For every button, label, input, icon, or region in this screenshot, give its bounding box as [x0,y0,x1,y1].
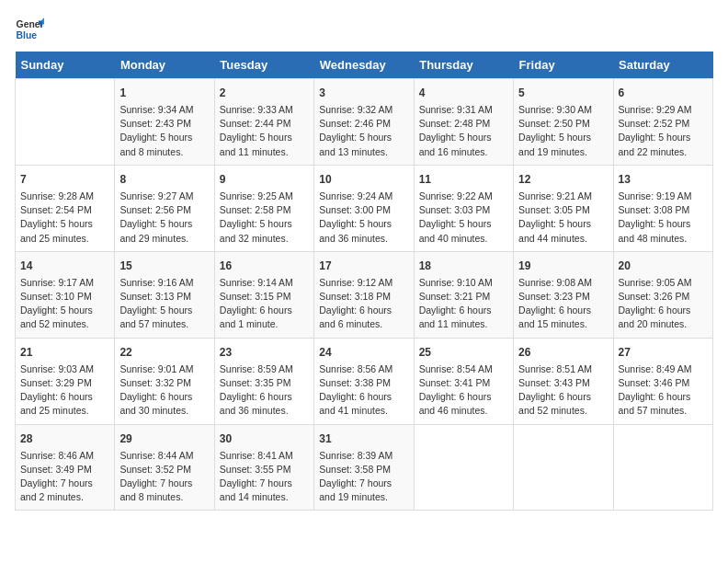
day-number: 26 [518,344,608,361]
day-cell: 6Sunrise: 9:29 AM Sunset: 2:52 PM Daylig… [613,79,712,166]
day-info: Sunrise: 9:01 AM Sunset: 3:32 PM Dayligh… [119,362,209,419]
day-cell: 1Sunrise: 9:34 AM Sunset: 2:43 PM Daylig… [115,79,214,166]
day-cell: 3Sunrise: 9:32 AM Sunset: 2:46 PM Daylig… [314,79,414,166]
day-cell: 19Sunrise: 9:08 AM Sunset: 3:23 PM Dayli… [514,251,613,338]
day-cell: 21Sunrise: 9:03 AM Sunset: 3:29 PM Dayli… [16,338,115,424]
week-row-2: 7Sunrise: 9:28 AM Sunset: 2:54 PM Daylig… [16,165,713,251]
day-info: Sunrise: 9:22 AM Sunset: 3:03 PM Dayligh… [419,190,508,246]
day-cell: 31Sunrise: 8:39 AM Sunset: 3:58 PM Dayli… [314,424,414,511]
day-number: 29 [119,431,209,447]
day-cell: 9Sunrise: 9:25 AM Sunset: 2:58 PM Daylig… [214,165,313,251]
day-number: 19 [518,258,608,274]
day-info: Sunrise: 9:25 AM Sunset: 2:58 PM Dayligh… [220,190,309,246]
day-cell: 2Sunrise: 9:33 AM Sunset: 2:44 PM Daylig… [214,79,313,166]
day-info: Sunrise: 9:19 AM Sunset: 3:08 PM Dayligh… [619,190,708,246]
day-cell [514,424,613,511]
day-info: Sunrise: 9:16 AM Sunset: 3:13 PM Dayligh… [119,276,209,332]
day-info: Sunrise: 8:41 AM Sunset: 3:55 PM Dayligh… [220,449,309,505]
day-cell [414,424,513,511]
day-info: Sunrise: 8:39 AM Sunset: 3:58 PM Dayligh… [319,449,408,505]
header-cell-thursday: Thursday [414,52,513,79]
day-number: 28 [20,431,109,447]
day-info: Sunrise: 9:21 AM Sunset: 3:05 PM Dayligh… [518,190,608,246]
day-info: Sunrise: 9:27 AM Sunset: 2:56 PM Dayligh… [119,190,209,246]
day-info: Sunrise: 9:10 AM Sunset: 3:21 PM Dayligh… [419,276,508,332]
header-cell-wednesday: Wednesday [314,52,414,79]
day-info: Sunrise: 8:49 AM Sunset: 3:46 PM Dayligh… [619,362,708,419]
day-cell: 29Sunrise: 8:44 AM Sunset: 3:52 PM Dayli… [115,424,214,511]
day-number: 31 [319,431,408,447]
calendar-header: SundayMondayTuesdayWednesdayThursdayFrid… [16,52,713,79]
day-cell: 5Sunrise: 9:30 AM Sunset: 2:50 PM Daylig… [514,79,613,166]
day-number: 21 [20,344,109,361]
header-cell-tuesday: Tuesday [214,52,313,79]
day-cell: 23Sunrise: 8:59 AM Sunset: 3:35 PM Dayli… [214,338,313,424]
day-cell: 7Sunrise: 9:28 AM Sunset: 2:54 PM Daylig… [16,165,115,251]
day-info: Sunrise: 8:59 AM Sunset: 3:35 PM Dayligh… [220,362,309,419]
day-info: Sunrise: 9:30 AM Sunset: 2:50 PM Dayligh… [518,103,608,159]
day-cell [16,79,115,166]
day-info: Sunrise: 9:33 AM Sunset: 2:44 PM Dayligh… [220,103,309,159]
day-info: Sunrise: 9:31 AM Sunset: 2:48 PM Dayligh… [419,103,508,159]
day-info: Sunrise: 9:29 AM Sunset: 2:52 PM Dayligh… [619,103,708,159]
day-info: Sunrise: 9:28 AM Sunset: 2:54 PM Dayligh… [20,190,109,246]
day-cell: 24Sunrise: 8:56 AM Sunset: 3:38 PM Dayli… [314,338,414,424]
day-cell: 28Sunrise: 8:46 AM Sunset: 3:49 PM Dayli… [16,424,115,511]
calendar-body: 1Sunrise: 9:34 AM Sunset: 2:43 PM Daylig… [16,79,713,511]
day-number: 12 [518,171,608,188]
day-number: 9 [220,171,309,188]
day-number: 22 [119,344,209,361]
day-info: Sunrise: 9:08 AM Sunset: 3:23 PM Dayligh… [518,276,608,332]
logo-icon: General Blue [15,15,44,44]
day-number: 20 [619,258,708,274]
header-cell-sunday: Sunday [16,52,115,79]
day-cell: 26Sunrise: 8:51 AM Sunset: 3:43 PM Dayli… [514,338,613,424]
day-number: 30 [220,431,309,447]
day-number: 27 [619,344,708,361]
day-info: Sunrise: 8:56 AM Sunset: 3:38 PM Dayligh… [319,362,408,419]
day-number: 11 [419,171,508,188]
day-cell: 4Sunrise: 9:31 AM Sunset: 2:48 PM Daylig… [414,79,513,166]
day-number: 14 [20,258,109,274]
week-row-1: 1Sunrise: 9:34 AM Sunset: 2:43 PM Daylig… [16,79,713,166]
week-row-4: 21Sunrise: 9:03 AM Sunset: 3:29 PM Dayli… [16,338,713,424]
day-info: Sunrise: 9:03 AM Sunset: 3:29 PM Dayligh… [20,362,109,419]
day-info: Sunrise: 9:24 AM Sunset: 3:00 PM Dayligh… [319,190,408,246]
day-number: 4 [419,85,508,101]
day-number: 17 [319,258,408,274]
day-cell: 13Sunrise: 9:19 AM Sunset: 3:08 PM Dayli… [613,165,712,251]
day-cell: 14Sunrise: 9:17 AM Sunset: 3:10 PM Dayli… [16,251,115,338]
header-cell-friday: Friday [514,52,613,79]
day-cell: 30Sunrise: 8:41 AM Sunset: 3:55 PM Dayli… [214,424,313,511]
header-row: SundayMondayTuesdayWednesdayThursdayFrid… [16,52,713,79]
day-number: 13 [619,171,708,188]
day-number: 1 [119,85,209,101]
day-cell: 17Sunrise: 9:12 AM Sunset: 3:18 PM Dayli… [314,251,414,338]
day-cell: 25Sunrise: 8:54 AM Sunset: 3:41 PM Dayli… [414,338,513,424]
day-info: Sunrise: 9:14 AM Sunset: 3:15 PM Dayligh… [220,276,309,332]
day-cell: 18Sunrise: 9:10 AM Sunset: 3:21 PM Dayli… [414,251,513,338]
day-number: 10 [319,171,408,188]
day-number: 5 [518,85,608,101]
day-cell: 27Sunrise: 8:49 AM Sunset: 3:46 PM Dayli… [613,338,712,424]
day-info: Sunrise: 9:34 AM Sunset: 2:43 PM Dayligh… [119,103,209,159]
logo: General Blue [15,15,44,44]
day-number: 16 [220,258,309,274]
day-info: Sunrise: 9:32 AM Sunset: 2:46 PM Dayligh… [319,103,408,159]
day-number: 15 [119,258,209,274]
day-number: 3 [319,85,408,101]
week-row-3: 14Sunrise: 9:17 AM Sunset: 3:10 PM Dayli… [16,251,713,338]
day-cell: 16Sunrise: 9:14 AM Sunset: 3:15 PM Dayli… [214,251,313,338]
day-number: 24 [319,344,408,361]
day-cell: 22Sunrise: 9:01 AM Sunset: 3:32 PM Dayli… [115,338,214,424]
day-number: 23 [220,344,309,361]
day-info: Sunrise: 9:17 AM Sunset: 3:10 PM Dayligh… [20,276,109,332]
svg-text:Blue: Blue [17,30,38,40]
day-cell: 12Sunrise: 9:21 AM Sunset: 3:05 PM Dayli… [514,165,613,251]
day-number: 2 [220,85,309,101]
day-info: Sunrise: 8:51 AM Sunset: 3:43 PM Dayligh… [518,362,608,419]
day-number: 7 [20,171,109,188]
day-cell [613,424,712,511]
header-cell-monday: Monday [115,52,214,79]
day-number: 18 [419,258,508,274]
